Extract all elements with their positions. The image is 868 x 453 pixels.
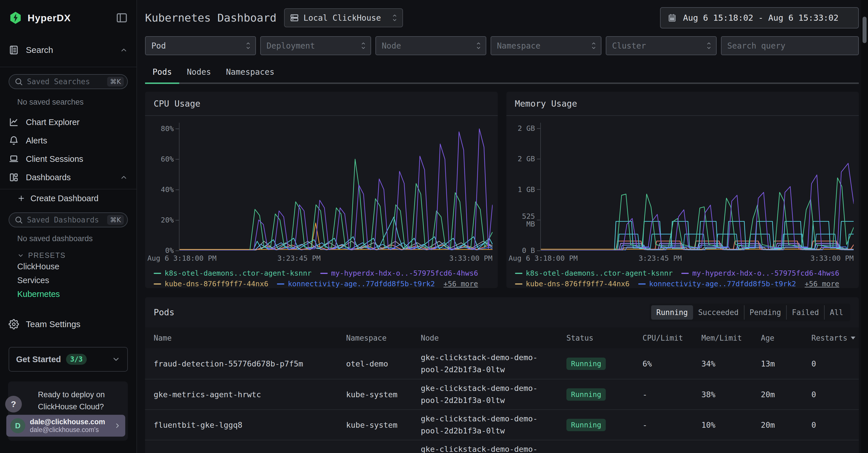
table-row[interactable]: fraud-detection-55776d678b-p7f5motel-dem… (145, 348, 859, 379)
column-header-age[interactable]: Age (761, 334, 811, 342)
hyperdx-logo-icon (9, 11, 22, 25)
search-query-field[interactable] (721, 36, 859, 55)
saved-dashboards-input[interactable]: Saved Dashboards ⌘K (9, 213, 128, 227)
status-filter-running[interactable]: Running (651, 305, 693, 320)
legend-entry[interactable]: konnectivity-age..77dfdd8f5b-t9rk2 (277, 280, 435, 288)
column-header-status[interactable]: Status (566, 334, 643, 342)
presets-section-toggle[interactable]: PRESETS (0, 251, 136, 259)
column-header-name[interactable]: Name (154, 334, 346, 342)
table-row[interactable]: gke-clickstack-demo-demo-pool-2d2b1f3a-0… (145, 440, 859, 453)
legend-more-link[interactable]: +56 more (805, 280, 839, 288)
age-cell: 20m (761, 421, 811, 429)
plus-icon (17, 194, 25, 202)
presets-label: PRESETS (28, 251, 66, 259)
datasource-select[interactable]: Local ClickHouse (284, 8, 403, 27)
sidebar-item-alerts[interactable]: Alerts (9, 131, 128, 150)
status-filter-pending[interactable]: Pending (744, 305, 786, 320)
legend-entry[interactable]: k8s-otel-daemons..ctor-agent-ksnnr (154, 269, 312, 277)
laptop-icon (9, 154, 19, 164)
column-header-mem-limit[interactable]: Mem/Limit (702, 334, 761, 342)
sidebar-item-team-settings[interactable]: Team Settings (9, 315, 128, 334)
tab-namespaces[interactable]: Namespaces (219, 62, 282, 83)
help-button[interactable]: ? (5, 396, 22, 413)
filter-select-pod[interactable]: Pod (145, 36, 256, 55)
legend-label: konnectivity-age..77dfdd8f5b-t9rk2 (649, 280, 796, 288)
filter-select-node[interactable]: Node (375, 36, 486, 55)
legend-entry[interactable]: konnectivity-age..77dfdd8f5b-t9rk2 (638, 280, 796, 288)
memory-legend: k8s-otel-daemons..ctor-agent-ksnnrmy-hyp… (506, 265, 859, 288)
namespace-cell: otel-demo (346, 359, 421, 368)
select-chevrons-icon (475, 41, 482, 51)
sidebar: HyperDX Search Saved Searches ⌘K No save… (0, 0, 137, 453)
saved-dashboards-placeholder: Saved Dashboards (27, 216, 107, 224)
y-tick: 60% (161, 155, 179, 163)
scrollbar-thumb[interactable] (863, 17, 867, 43)
node-cell: gke-clickstack-demo-demo-pool-2d2b1f3a-0… (421, 351, 556, 376)
legend-swatch (515, 273, 523, 274)
pods-table-body: fraud-detection-55776d678b-p7f5motel-dem… (145, 348, 859, 453)
chart-title: Memory Usage (506, 92, 859, 116)
legend-entry[interactable]: my-hyperdx-hdx-o..-57975fcd6-4hws6 (681, 269, 839, 277)
filter-select-deployment[interactable]: Deployment (260, 36, 371, 55)
tab-nodes[interactable]: Nodes (179, 62, 218, 83)
series-line (541, 178, 854, 250)
user-menu[interactable]: D dale@clickhouse.com dale@clickhouse.co… (6, 415, 125, 436)
column-header-cpu-limit[interactable]: CPU/Limit (643, 334, 702, 342)
sidebar-item-label: Dashboards (26, 173, 120, 182)
search-query-input[interactable] (727, 41, 852, 51)
legend-entry[interactable]: k8s-otel-daemons..ctor-agent-ksnnr (515, 269, 673, 277)
get-started-button[interactable]: Get Started 3/3 (9, 347, 128, 372)
filter-select-cluster[interactable]: Cluster (606, 36, 717, 55)
filter-select-namespace[interactable]: Namespace (491, 36, 601, 55)
cpu-legend: k8s-otel-daemons..ctor-agent-ksnnrmy-hyp… (145, 265, 498, 288)
tab-pods[interactable]: Pods (145, 62, 179, 83)
cpu-cell: - (643, 421, 702, 429)
team-settings-label: Team Settings (26, 319, 128, 329)
select-chevrons-icon (392, 13, 398, 23)
preset-item-services[interactable]: Services (0, 273, 136, 287)
promo-line-1: Ready to deploy on (38, 389, 122, 401)
sidebar-item-dashboards[interactable]: Dashboards (9, 168, 128, 187)
preset-item-clickhouse[interactable]: ClickHouse (0, 259, 136, 273)
create-dashboard-button[interactable]: Create Dashboard (9, 190, 128, 207)
x-tick: 3:33:00 PM (810, 254, 854, 262)
chevron-down-icon (112, 355, 120, 364)
x-tick: 3:23:45 PM (277, 254, 321, 262)
pod-name-cell: fluentbit-gke-lggq8 (154, 421, 346, 429)
status-filter-all[interactable]: All (824, 305, 848, 320)
page-title: Kubernetes Dashboard (145, 11, 277, 24)
preset-item-kubernetes[interactable]: Kubernetes (0, 287, 136, 301)
create-dashboard-label: Create Dashboard (30, 194, 128, 203)
sidebar-item-chart-explorer[interactable]: Chart Explorer (9, 113, 128, 131)
status-filter-failed[interactable]: Failed (786, 305, 824, 320)
status-filter-succeeded[interactable]: Succeeded (693, 305, 744, 320)
cpu-y-axis: 80%60%40%20%0% (145, 123, 179, 251)
bell-icon (9, 135, 19, 146)
sidebar-collapse-icon[interactable] (116, 12, 128, 24)
column-header-namespace[interactable]: Namespace (346, 334, 421, 342)
x-tick: 3:33:00 PM (449, 254, 493, 262)
sidebar-item-search[interactable]: Search (9, 41, 128, 59)
cpu-usage-panel: CPU Usage 80%60%40%20%0% Aug 6 3:18:00 P… (145, 92, 498, 288)
legend-entry[interactable]: kube-dns-876ff9ff7-44nx6 (154, 280, 268, 288)
get-started-progress-badge: 3/3 (66, 354, 87, 365)
legend-row: k8s-otel-daemons..ctor-agent-ksnnrmy-hyp… (154, 268, 489, 279)
select-chevrons-icon (591, 41, 597, 51)
table-row[interactable]: gke-metrics-agent-hrwtckube-systemgke-cl… (145, 379, 859, 409)
legend-entry[interactable]: my-hyperdx-hdx-o..-57975fcd6-4hws6 (320, 269, 478, 277)
legend-more-link[interactable]: +56 more (443, 280, 478, 288)
time-range-picker[interactable]: Aug 6 15:18:02 - Aug 6 15:33:02 (660, 7, 859, 28)
status-cell: Running (566, 419, 643, 431)
sidebar-item-client-sessions[interactable]: Client Sessions (9, 150, 128, 168)
x-tick: Aug 6 3:18:00 PM (147, 254, 217, 262)
legend-label: kube-dns-876ff9ff7-44nx6 (526, 280, 629, 288)
main-content: Kubernetes Dashboard Local ClickHouse Au… (137, 0, 868, 453)
status-cell: Running (566, 358, 643, 370)
column-header-node[interactable]: Node (421, 334, 566, 342)
column-header-restarts[interactable]: Restarts (811, 334, 855, 342)
status-badge: Running (566, 419, 606, 431)
table-row[interactable]: fluentbit-gke-lggq8kube-systemgke-clicks… (145, 409, 859, 440)
legend-entry[interactable]: kube-dns-876ff9ff7-44nx6 (515, 280, 629, 288)
legend-label: konnectivity-age..77dfdd8f5b-t9rk2 (288, 280, 435, 288)
saved-searches-input[interactable]: Saved Searches ⌘K (9, 74, 128, 89)
